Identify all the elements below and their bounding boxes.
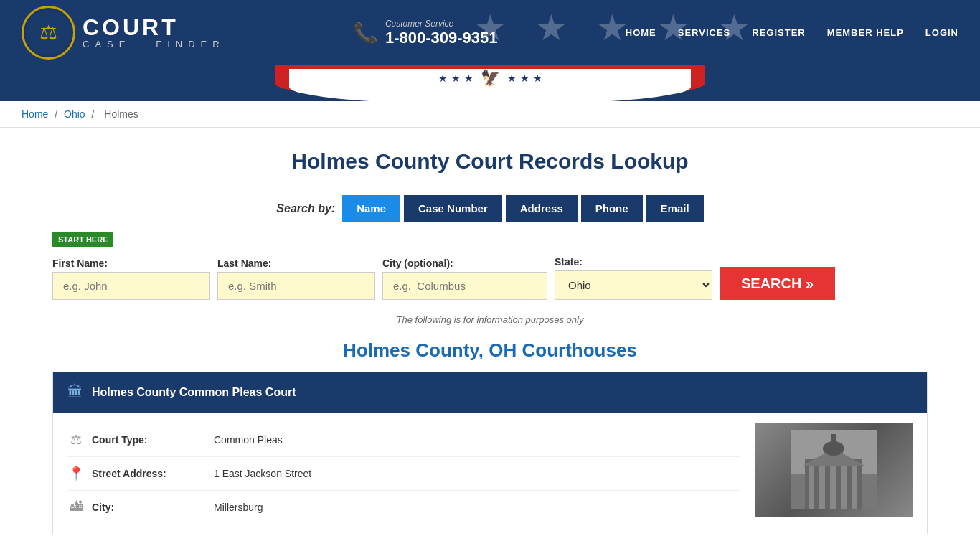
breadcrumb-state[interactable]: Ohio <box>64 108 85 120</box>
phone-icon: 📞 <box>353 21 378 44</box>
logo-case-label: CASE FINDER <box>83 39 225 50</box>
nav-home[interactable]: HOME <box>626 27 656 38</box>
tab-case-number[interactable]: Case Number <box>404 195 502 222</box>
courthouse-header: 🏛 Holmes County Common Pleas Court <box>53 372 927 413</box>
logo-emblem: ⚖ <box>22 6 75 60</box>
state-label: State: <box>555 256 712 268</box>
eagle-icon: 🦅 <box>481 69 500 88</box>
svg-rect-7 <box>852 466 857 509</box>
street-address-row: 📍 Street Address: 1 East Jackson Street <box>67 457 740 491</box>
info-note: The following is for information purpose… <box>52 314 928 325</box>
main-nav: HOME SERVICES REGISTER MEMBER HELP LOGIN <box>626 27 958 38</box>
tab-phone[interactable]: Phone <box>581 195 643 222</box>
breadcrumb-home[interactable]: Home <box>22 108 48 120</box>
nav-login[interactable]: LOGIN <box>925 27 958 38</box>
city-input[interactable] <box>382 272 547 300</box>
page-title: Holmes County Court Records Lookup <box>52 149 928 174</box>
cs-phone: 1-800-309-9351 <box>385 29 498 47</box>
search-by-label: Search by: <box>276 202 335 215</box>
state-select[interactable]: Ohio Alabama Alaska Arizona <box>555 270 712 300</box>
court-type-label: Court Type: <box>92 434 207 446</box>
courthouse-name-link[interactable]: Holmes County Common Pleas Court <box>92 386 296 399</box>
breadcrumb: Home / Ohio / Holmes <box>0 101 980 128</box>
wave-banner: ★ ★ ★ 🦅 ★ ★ ★ <box>0 65 980 101</box>
courthouse-card: 🏛 Holmes County Common Pleas Court ⚖ Cou… <box>52 372 928 534</box>
location-icon: 📍 <box>67 466 85 481</box>
eagle-area: ★ ★ ★ 🦅 ★ ★ ★ <box>438 69 542 88</box>
main-content: Holmes County Court Records Lookup Searc… <box>24 128 956 551</box>
nav-member-help[interactable]: MEMBER HELP <box>827 27 904 38</box>
tab-address[interactable]: Address <box>506 195 578 222</box>
logo-area: ⚖ COURT CASE FINDER <box>22 6 225 60</box>
svg-rect-4 <box>819 466 825 509</box>
courthouse-image-placeholder <box>755 423 913 517</box>
cs-label: Customer Service <box>385 19 498 29</box>
last-name-label: Last Name: <box>217 258 375 269</box>
start-here-badge: START HERE <box>52 232 113 247</box>
city-icon: 🏙 <box>67 499 85 514</box>
customer-service: 📞 Customer Service 1-800-309-9351 <box>353 19 498 47</box>
breadcrumb-county: Holmes <box>104 108 138 120</box>
nav-register[interactable]: REGISTER <box>752 27 805 38</box>
courthouse-icon: 🏛 <box>67 383 83 402</box>
search-section: Search by: Name Case Number Address Phon… <box>52 195 928 300</box>
city-info-label: City: <box>92 501 207 513</box>
first-name-group: First Name: <box>52 258 210 300</box>
courthouse-info: ⚖ Court Type: Common Pleas 📍 Street Addr… <box>67 423 740 523</box>
search-form-row: First Name: Last Name: City (optional): … <box>52 256 928 300</box>
last-name-input[interactable] <box>217 272 375 300</box>
last-name-group: Last Name: <box>217 258 375 300</box>
tab-name[interactable]: Name <box>342 195 400 222</box>
city-group: City (optional): <box>382 258 547 300</box>
svg-rect-5 <box>830 466 836 509</box>
logo-court-label: COURT <box>83 16 225 39</box>
courthouses-title: Holmes County, OH Courthouses <box>52 339 928 362</box>
tab-email[interactable]: Email <box>646 195 704 222</box>
logo-text: COURT CASE FINDER <box>83 16 225 50</box>
street-address-value: 1 East Jackson Street <box>214 468 311 479</box>
search-by-row: Search by: Name Case Number Address Phon… <box>52 195 928 222</box>
court-type-row: ⚖ Court Type: Common Pleas <box>67 423 740 457</box>
svg-rect-6 <box>841 466 847 509</box>
svg-rect-3 <box>809 466 814 509</box>
court-type-value: Common Pleas <box>214 434 283 446</box>
street-address-label: Street Address: <box>92 468 207 479</box>
first-name-input[interactable] <box>52 272 210 300</box>
city-row: 🏙 City: Millersburg <box>67 491 740 523</box>
gavel-icon: ⚖ <box>67 432 85 448</box>
courthouse-image <box>755 423 913 517</box>
state-group: State: Ohio Alabama Alaska Arizona <box>555 256 712 300</box>
svg-rect-10 <box>831 434 836 448</box>
city-label: City (optional): <box>382 258 547 269</box>
first-name-label: First Name: <box>52 258 210 269</box>
courthouse-body: ⚖ Court Type: Common Pleas 📍 Street Addr… <box>53 413 927 534</box>
city-info-value: Millersburg <box>214 501 263 513</box>
search-button[interactable]: SEARCH » <box>720 267 835 300</box>
site-header: ⚖ COURT CASE FINDER 📞 Customer Service 1… <box>0 0 980 101</box>
nav-services[interactable]: SERVICES <box>678 27 731 38</box>
